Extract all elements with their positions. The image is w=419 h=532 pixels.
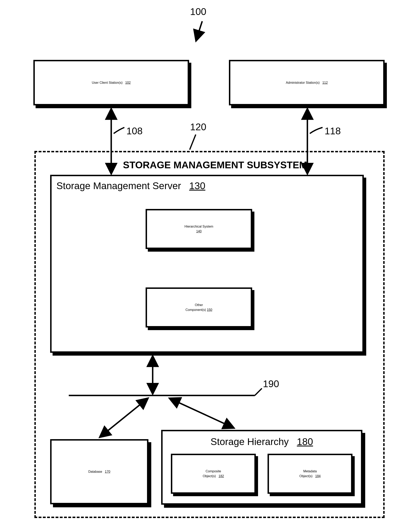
meta-box: Metadata Object(s) 184 xyxy=(268,454,353,494)
hier-label: Hierarchical System xyxy=(184,225,213,228)
meta-label-l1: Metadata xyxy=(303,469,317,473)
comp-box: Composite Object(s) 182 xyxy=(171,454,256,494)
sms-label: Storage Management Server xyxy=(56,180,181,191)
ref-100: 100 xyxy=(190,6,206,17)
db-num: 170 xyxy=(105,470,110,473)
ucs-box: User Client Station(s) 102 xyxy=(33,60,189,105)
other-box: Other Component(s) 150 xyxy=(146,287,252,328)
adm-num: 112 xyxy=(322,81,328,84)
sh-label: Storage Hierarchy xyxy=(210,436,289,447)
meta-label-l2: Object(s) xyxy=(300,474,313,478)
sms-num: 130 xyxy=(189,180,205,191)
ref-108: 108 xyxy=(126,125,143,136)
hier-box: Hierarchical System 140 xyxy=(146,209,252,249)
other-label-line1: Other xyxy=(195,303,203,307)
comp-label-l2: Object(s) xyxy=(203,474,216,478)
ref-190: 190 xyxy=(263,378,279,389)
ref-120: 120 xyxy=(190,121,206,133)
ucs-label: User Client Station(s) xyxy=(92,81,123,84)
adm-label: Administrator Station(s) xyxy=(286,81,319,84)
ucs-num: 102 xyxy=(125,81,131,84)
storage-management-diagram: 100 User Client Station(s) 102 Administr… xyxy=(0,0,419,532)
ref-118: 118 xyxy=(325,125,341,136)
comp-num: 182 xyxy=(219,474,224,478)
sh-num: 180 xyxy=(297,436,313,447)
db-box: Database 170 xyxy=(50,439,148,504)
subsystem-title: STORAGE MANAGEMENT SUBSYSTEM xyxy=(121,160,309,171)
adm-box: Administrator Station(s) 112 xyxy=(229,60,385,105)
meta-num: 184 xyxy=(315,474,321,478)
db-label: Database xyxy=(88,470,102,473)
hier-num: 140 xyxy=(196,230,202,233)
comp-label-l1: Composite xyxy=(206,469,221,473)
